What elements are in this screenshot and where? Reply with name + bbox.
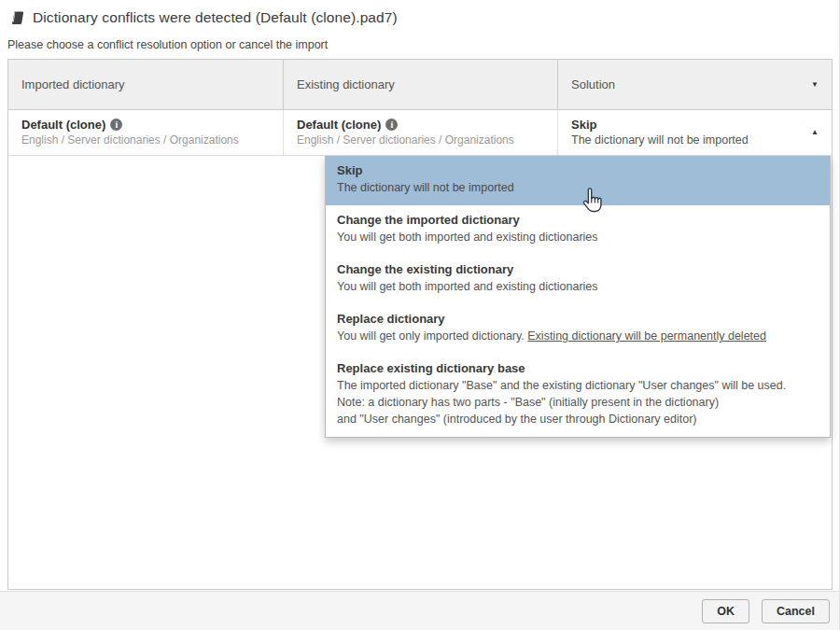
table-header-row: Imported dictionary Existing dictionary …: [8, 60, 832, 110]
dialog-title: Dictionary conflicts were detected (Defa…: [33, 9, 398, 26]
column-header-imported-label: Imported dictionary: [21, 77, 125, 91]
column-header-solution-label: Solution: [571, 77, 615, 91]
dropdown-option-change-imported[interactable]: Change the imported dictionary You will …: [326, 205, 830, 255]
dropdown-option-replace[interactable]: Replace dictionary You will get only imp…: [326, 304, 830, 354]
existing-dictionary-name: Default (clone)i: [297, 117, 544, 133]
solution-header-caret-down-icon[interactable]: ▼: [811, 81, 819, 89]
dropdown-option-replace-base[interactable]: Replace existing dictionary base The imp…: [326, 354, 830, 437]
dialog-footer: OK Cancel: [0, 591, 839, 630]
info-icon[interactable]: i: [110, 119, 122, 131]
dictionary-conflicts-dialog: Dictionary conflicts were detected (Defa…: [0, 0, 840, 630]
column-header-solution: Solution ▼: [557, 60, 832, 109]
dialog-subtitle: Please choose a conflict resolution opti…: [7, 38, 328, 51]
solution-selected-value: Skip: [571, 117, 819, 133]
imported-dictionary-path: English / Server dictionaries / Organiza…: [21, 133, 270, 148]
dialog-title-bar: Dictionary conflicts were detected (Defa…: [9, 9, 398, 26]
imported-dictionary-name: Default (clone)i: [21, 117, 270, 133]
permanently-deleted-warning: Existing dictionary will be permanently …: [527, 329, 766, 343]
solution-caret-up-icon[interactable]: ▲: [811, 129, 819, 136]
existing-dictionary-cell: Default (clone)i English / Server dictio…: [283, 110, 557, 155]
solution-selected-desc: The dictionary will not be imported: [571, 133, 819, 148]
conflict-row: Default (clone)i English / Server dictio…: [8, 110, 832, 156]
existing-dictionary-path: English / Server dictionaries / Organiza…: [297, 133, 544, 148]
column-header-imported: Imported dictionary: [8, 60, 283, 109]
dropdown-option-skip[interactable]: Skip The dictionary will not be imported: [326, 156, 830, 205]
book-icon: [9, 10, 25, 26]
ok-button[interactable]: OK: [702, 599, 749, 623]
info-icon[interactable]: i: [385, 119, 398, 131]
column-header-existing-label: Existing dictionary: [297, 77, 395, 91]
solution-dropdown-menu: Skip The dictionary will not be imported…: [325, 156, 831, 438]
solution-select[interactable]: Skip The dictionary will not be imported…: [557, 110, 832, 155]
cancel-button[interactable]: Cancel: [762, 599, 830, 623]
dropdown-option-change-existing[interactable]: Change the existing dictionary You will …: [326, 255, 830, 304]
imported-dictionary-cell: Default (clone)i English / Server dictio…: [8, 110, 283, 155]
column-header-existing: Existing dictionary: [283, 60, 557, 109]
